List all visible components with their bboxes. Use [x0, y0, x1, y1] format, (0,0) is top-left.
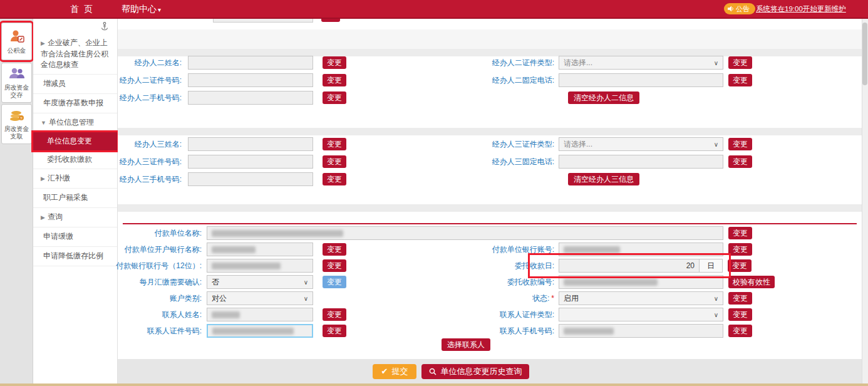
- speaker-icon: [728, 6, 734, 12]
- field-label: 账户类别:: [108, 293, 202, 304]
- change-button[interactable]: 变更: [323, 325, 346, 337]
- submit-button[interactable]: ✔ 提交: [373, 364, 417, 379]
- change-button-disabled[interactable]: 变更: [323, 276, 346, 288]
- announcement-badge[interactable]: 公告: [724, 3, 755, 14]
- field-label: 经办人二固定电话:: [460, 75, 554, 86]
- select-value: 否: [212, 277, 219, 288]
- change-button[interactable]: 变更: [728, 325, 752, 337]
- anchor-row: [33, 19, 117, 34]
- agent3-id-row: 经办人三证件号码: 变更: [88, 154, 346, 169]
- field-label: 委托收款编号:: [460, 277, 554, 288]
- history-label: 单位信息变更历史查询: [440, 366, 522, 377]
- contact-phone-row: 联系人手机号码: 变更: [460, 323, 752, 338]
- contact-name-input[interactable]: [207, 308, 313, 321]
- collect-day-input[interactable]: 20: [559, 259, 700, 273]
- field-label: 经办人二证件类型:: [460, 58, 554, 68]
- agent3-id-input[interactable]: [188, 155, 313, 169]
- agent2-tel-input[interactable]: [559, 73, 723, 87]
- collect-no-row: 委托收款编号: 校验有效性: [460, 274, 775, 290]
- clear-agent2-button[interactable]: 清空经办人二信息: [568, 91, 639, 104]
- agent3-tel-row: 经办人三固定电话: 变更: [460, 154, 752, 169]
- agent3-phone-input[interactable]: [188, 172, 313, 186]
- change-button[interactable]: 变更: [323, 74, 346, 86]
- masked-value: [212, 263, 281, 269]
- arrow-right-icon: ▶: [41, 175, 45, 182]
- field-label: 经办人三手机号码:: [88, 174, 182, 185]
- change-button[interactable]: 变更: [323, 243, 346, 256]
- contact-phone-input[interactable]: [559, 324, 723, 338]
- change-button[interactable]: 变更: [323, 155, 346, 168]
- payment-bankcode-input[interactable]: [207, 259, 313, 273]
- field-label: 委托收款日:: [460, 261, 554, 271]
- field-label: 付款单位开户银行名称:: [108, 244, 202, 255]
- change-button[interactable]: 变更: [323, 91, 346, 104]
- change-button[interactable]: 变更: [323, 308, 346, 321]
- status-label: 状态:: [532, 294, 549, 303]
- change-button[interactable]: 变更: [728, 259, 752, 272]
- contact-id-input[interactable]: [207, 324, 313, 338]
- agent2-name-input[interactable]: [188, 56, 313, 70]
- menu-group-unit-info[interactable]: ▼单位信息管理: [33, 113, 117, 132]
- clear-agent3-button[interactable]: 清空经办人三信息: [568, 173, 639, 185]
- change-button[interactable]: 变更: [728, 155, 752, 168]
- change-button[interactable]: 变更: [323, 138, 346, 150]
- agent3-idtype-select[interactable]: 请选择... ∨: [559, 137, 723, 151]
- masked-value: [212, 246, 256, 253]
- payment-bankcode-row: 付款银行联行号（12位）: 变更: [108, 258, 346, 273]
- app-label-line2: 支取: [11, 133, 23, 140]
- field-label: 经办人三固定电话:: [460, 157, 554, 167]
- nav-help-center[interactable]: 帮助中心▾: [121, 0, 161, 18]
- arrow-down-icon: ▼: [41, 120, 46, 126]
- change-button[interactable]: 变更: [728, 56, 752, 69]
- menu-item-apply-defer-payment[interactable]: 申请缓缴: [33, 227, 117, 247]
- agent2-phone-input[interactable]: [188, 91, 313, 105]
- status-row: 状态:* 启用 ∨ 变更: [460, 291, 752, 306]
- choose-contact-button[interactable]: 选择联系人: [442, 338, 490, 351]
- menu-item-query[interactable]: ▶查询: [33, 208, 117, 227]
- history-query-button[interactable]: 单位信息变更历史查询: [421, 364, 529, 379]
- app-item-gongjijin[interactable]: 公积金: [1, 23, 32, 60]
- select-placeholder: 请选择...: [564, 58, 592, 68]
- bank-account-input[interactable]: [559, 243, 723, 256]
- change-button[interactable]: 变更: [728, 292, 752, 305]
- change-button[interactable]: 变更: [728, 74, 752, 86]
- change-button[interactable]: 变更: [323, 56, 346, 69]
- monthly-confirm-select[interactable]: 否 ∨: [207, 275, 313, 289]
- maintenance-notice-link[interactable]: 系统将在19:00开始更新维护: [756, 4, 846, 14]
- validate-button[interactable]: 校验有效性: [728, 276, 775, 288]
- menu-item-staff-household-collect[interactable]: 职工户籍采集: [33, 189, 117, 208]
- field-label: 联系人证件号码:: [108, 326, 202, 336]
- change-button[interactable]: 变更: [728, 308, 752, 321]
- account-type-select[interactable]: 对公 ∨: [207, 291, 313, 305]
- collect-no-input[interactable]: [559, 275, 723, 289]
- agent3-name-input[interactable]: [188, 137, 313, 151]
- contact-type-select[interactable]: ∨: [559, 308, 723, 321]
- app-label-line2: 交存: [11, 91, 23, 99]
- nav-home[interactable]: 首 页: [70, 0, 94, 18]
- change-button[interactable]: 变更: [728, 227, 752, 239]
- change-button[interactable]: 变更: [323, 259, 346, 272]
- select-placeholder: 请选择...: [564, 139, 592, 150]
- arrow-right-icon: ▶: [41, 214, 45, 221]
- anchor-icon[interactable]: [101, 22, 108, 31]
- agent2-idtype-select[interactable]: 请选择... ∨: [559, 56, 723, 70]
- select-value: 对公: [212, 293, 227, 304]
- change-button[interactable]: 变更: [323, 173, 346, 185]
- payment-bankname-input[interactable]: [207, 243, 313, 256]
- change-button[interactable]: 变更: [728, 243, 752, 256]
- collect-day-row: 委托收款日: 20 日 变更: [460, 258, 752, 273]
- change-button[interactable]: 变更: [728, 138, 752, 150]
- field-label: 经办人三姓名:: [88, 139, 182, 150]
- agent3-idtype-row: 经办人三证件类型: 请选择... ∨ 变更: [460, 137, 752, 152]
- app-item-fanggai-jiaocun[interactable]: 房改资金 交存: [1, 63, 32, 103]
- payment-company-input[interactable]: [207, 226, 723, 240]
- app-item-fanggai-zhiqu[interactable]: ? 房改资金 支取: [1, 104, 32, 144]
- scrollbar-thumb[interactable]: [862, 23, 867, 85]
- status-select[interactable]: 启用 ∨: [559, 291, 723, 305]
- agent2-id-input[interactable]: [188, 73, 313, 87]
- menu-item-label: 职工户籍采集: [43, 193, 88, 202]
- menu-item-apply-lower-ratio[interactable]: 申请降低缴存比例: [33, 247, 117, 266]
- agent3-tel-input[interactable]: [559, 155, 723, 169]
- field-label: 付款单位名称:: [108, 228, 202, 239]
- app-label: 房改资金: [4, 84, 29, 91]
